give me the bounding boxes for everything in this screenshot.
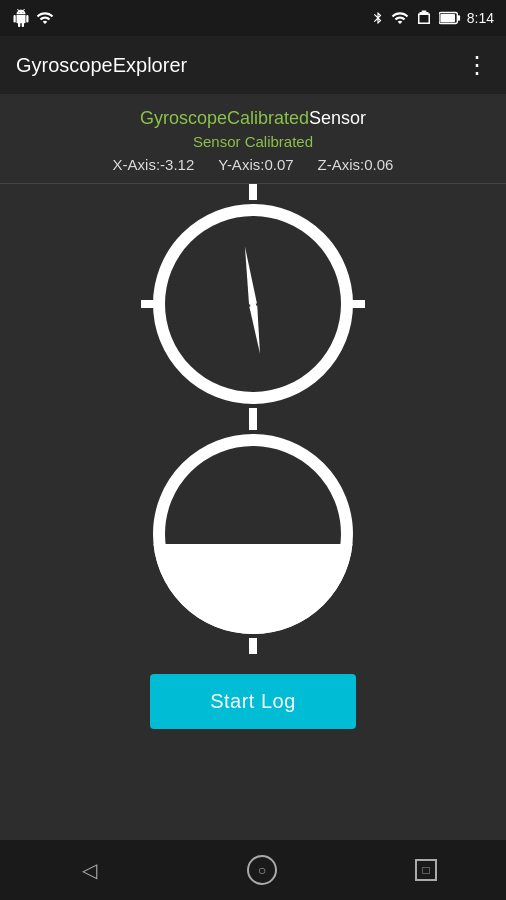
horizon-dial [153, 434, 353, 634]
wifi-icon [391, 9, 409, 27]
svg-marker-3 [241, 246, 257, 305]
sensor-info-panel: GyroscopeCalibratedSensor Sensor Calibra… [0, 94, 506, 184]
android-icon [12, 9, 30, 27]
bottom-nav: ◁ ○ □ [0, 840, 506, 900]
horizon-tick-bottom [249, 638, 257, 654]
app-bar: GyroscopeExplorer ⋮ [0, 36, 506, 94]
back-button[interactable]: ◁ [69, 850, 109, 890]
main-content: Start Log [0, 184, 506, 840]
svg-rect-2 [440, 14, 455, 22]
status-bar-right: 8:14 [371, 9, 494, 27]
recents-button[interactable]: □ [415, 859, 437, 881]
time-display: 8:14 [467, 10, 494, 26]
compass-dial [153, 204, 353, 404]
bluetooth-icon [371, 9, 385, 27]
sensor-title: GyroscopeCalibratedSensor [0, 108, 506, 129]
svg-marker-4 [249, 305, 264, 354]
sensor-status: Sensor Calibrated [0, 133, 506, 150]
svg-rect-1 [458, 15, 460, 21]
sensor-title-sensor: Sensor [309, 108, 366, 128]
app-title: GyroscopeExplorer [16, 54, 187, 77]
no-signal-icon [415, 9, 433, 27]
compass-tick-top [249, 184, 257, 200]
z-axis-value: Z-Axis:0.06 [318, 156, 394, 173]
status-bar-left [12, 9, 54, 27]
battery-icon [439, 10, 461, 26]
y-axis-value: Y-Axis:0.07 [218, 156, 293, 173]
home-button[interactable]: ○ [247, 855, 277, 885]
horizon-tick-top [249, 414, 257, 430]
sensor-axes: X-Axis:-3.12 Y-Axis:0.07 Z-Axis:0.06 [0, 156, 506, 173]
overflow-menu-button[interactable]: ⋮ [465, 51, 490, 79]
start-log-button[interactable]: Start Log [150, 674, 356, 729]
status-bar: 8:14 [0, 0, 506, 36]
sensor-title-gyroscope: GyroscopeCalibrated [140, 108, 309, 128]
signal-icon [36, 9, 54, 27]
x-axis-value: X-Axis:-3.12 [113, 156, 195, 173]
horizon-ring [153, 434, 353, 634]
